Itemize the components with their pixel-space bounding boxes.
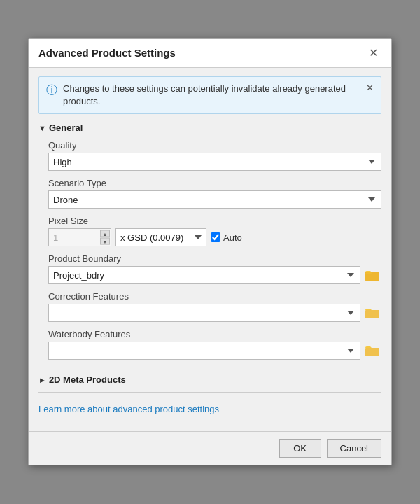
meta-products-section-title: 2D Meta Products bbox=[49, 374, 126, 385]
general-chevron-icon: ▼ bbox=[38, 124, 46, 132]
banner-text: Changes to these settings can potentiall… bbox=[63, 83, 360, 108]
meta-products-chevron-icon: ► bbox=[38, 376, 46, 384]
product-boundary-row: Project_bdry bbox=[48, 266, 382, 284]
quality-field-group: Quality High Medium Low Lowest bbox=[48, 140, 382, 171]
scenario-type-label: Scenario Type bbox=[48, 178, 382, 188]
spin-up-button[interactable]: ▲ bbox=[100, 230, 110, 237]
folder-icon-correction bbox=[365, 307, 379, 318]
correction-features-folder-button[interactable] bbox=[363, 304, 382, 322]
waterbody-features-select[interactable] bbox=[48, 342, 360, 360]
quality-select[interactable]: High Medium Low Lowest bbox=[48, 153, 382, 171]
product-boundary-field-group: Product Boundary Project_bdry bbox=[48, 253, 382, 284]
spin-buttons: ▲ ▼ bbox=[100, 230, 110, 245]
section-divider bbox=[38, 367, 382, 368]
learn-more-link[interactable]: Learn more about advanced product settin… bbox=[38, 404, 219, 414]
pixel-size-row: ▲ ▼ x GSD (0.0079) Auto bbox=[48, 228, 382, 246]
folder-icon bbox=[365, 270, 379, 281]
dialog-close-button[interactable]: ✕ bbox=[365, 46, 382, 60]
auto-checkbox-wrapper: Auto bbox=[211, 232, 242, 243]
waterbody-features-field-group: Waterbody Features bbox=[48, 329, 382, 360]
gsd-select[interactable]: x GSD (0.0079) bbox=[115, 228, 206, 246]
svg-rect-4 bbox=[365, 348, 379, 356]
info-icon: ⓘ bbox=[46, 83, 57, 98]
scenario-type-field-group: Scenario Type Drone Aerial Satellite bbox=[48, 178, 382, 209]
product-boundary-folder-button[interactable] bbox=[363, 266, 382, 284]
correction-features-label: Correction Features bbox=[48, 291, 382, 302]
quality-label: Quality bbox=[48, 140, 382, 150]
spin-down-button[interactable]: ▼ bbox=[100, 238, 110, 245]
auto-checkbox[interactable] bbox=[211, 232, 220, 242]
dialog-title: Advanced Product Settings bbox=[38, 47, 176, 59]
meta-products-section-header[interactable]: ► 2D Meta Products bbox=[38, 374, 382, 385]
svg-rect-2 bbox=[365, 272, 379, 281]
correction-features-select[interactable] bbox=[48, 304, 360, 322]
dialog-body: ⓘ Changes to these settings can potentia… bbox=[29, 68, 391, 431]
correction-features-field-group: Correction Features bbox=[48, 291, 382, 322]
ok-button[interactable]: OK bbox=[279, 439, 321, 458]
waterbody-features-folder-button[interactable] bbox=[363, 342, 382, 360]
auto-label: Auto bbox=[223, 232, 242, 243]
product-boundary-select[interactable]: Project_bdry bbox=[48, 266, 360, 284]
product-boundary-label: Product Boundary bbox=[48, 253, 382, 264]
general-section-header[interactable]: ▼ General bbox=[38, 122, 382, 133]
dialog-titlebar: Advanced Product Settings ✕ bbox=[29, 39, 391, 68]
correction-features-row bbox=[48, 304, 382, 322]
cancel-button[interactable]: Cancel bbox=[327, 439, 382, 458]
scenario-type-select[interactable]: Drone Aerial Satellite bbox=[48, 190, 382, 209]
svg-rect-3 bbox=[365, 310, 379, 318]
general-section-title: General bbox=[49, 122, 83, 133]
folder-icon-waterbody bbox=[365, 345, 379, 356]
waterbody-features-row bbox=[48, 342, 382, 360]
dialog-footer: OK Cancel bbox=[29, 431, 391, 465]
pixel-size-spin-wrapper: ▲ ▼ bbox=[48, 228, 111, 246]
pixel-size-label: Pixel Size bbox=[48, 216, 382, 226]
pixel-size-field-group: Pixel Size ▲ ▼ x GSD (0.0079) Au bbox=[48, 216, 382, 246]
advanced-product-settings-dialog: Advanced Product Settings ✕ ⓘ Changes to… bbox=[28, 38, 392, 465]
section-divider-2 bbox=[38, 392, 382, 393]
info-banner: ⓘ Changes to these settings can potentia… bbox=[38, 76, 382, 114]
banner-close-button[interactable]: ✕ bbox=[366, 83, 374, 93]
general-section-content: Quality High Medium Low Lowest Scenario … bbox=[38, 140, 382, 360]
waterbody-features-label: Waterbody Features bbox=[48, 329, 382, 340]
